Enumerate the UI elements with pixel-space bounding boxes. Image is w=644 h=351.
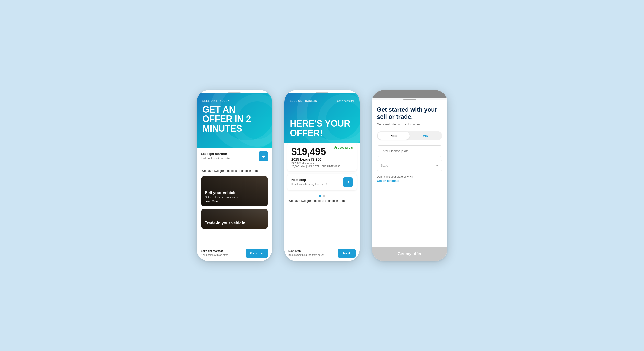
dot-1 [319,195,321,197]
car-detail: 25,600 miles | VIN: 3CZRU6H5SHM731833 [291,165,353,168]
phone-3: Get started with your sell or trade. Get… [372,90,447,261]
sell-learn-more-link[interactable]: Learn More [205,200,264,203]
trade-vehicle-card[interactable]: Trade-in your vehicle [201,209,268,229]
trade-title: Trade-in your vehicle [205,221,264,225]
trade-overlay: Trade-in your vehicle [201,209,268,229]
hero-cta-text: Let's get started! It all begins with an… [201,152,231,160]
get-offer-button[interactable]: Get offer [246,249,268,258]
arrow-icon-2 [346,180,350,184]
phone-2-hero: SELL OR TRADE-IN Get a new offer HERE'S … [284,93,360,143]
tab-vin[interactable]: VIN [410,132,441,140]
offer-top-row: $19,495 Good for 7 d [291,146,353,157]
hero-eyebrow: SELL OR TRADE-IN [202,100,267,102]
phone-2-bottom-section: We have two great options to choose from… [284,199,360,211]
p3-main-title: Get started with your sell or trade. [377,106,442,121]
phone-1-hero: SELL OR TRADE-IN GET AN OFFER IN 2 MINUT… [197,93,272,148]
next-button[interactable]: Next [338,249,356,258]
hero-2-title: HERE'S YOUR OFFER! [290,119,354,138]
validity-dot [334,146,337,149]
car-sub: IS 250 Sedan 4Door [291,162,353,165]
phone-2-bottom-bar: Next step It's all smooth sailing from h… [284,246,360,260]
bottom-bar-text: Let's get started! It all begins with an… [201,249,228,257]
phone-1-body: We have two great options to choose from… [197,165,272,229]
phone-1-notch [197,90,272,93]
phone-2: SELL OR TRADE-IN Get a new offer HERE'S … [284,90,360,261]
phone-2-nav: ⌂ Home ○ Search S Sell/Trade ♡ Saved ○ M… [284,260,360,261]
arrow-right-icon [261,154,265,158]
validity-text: Good for 7 d [338,146,353,149]
sell-overlay: Sell your vehicle Get a real offer in tw… [201,176,268,206]
p3-subtitle: Get a real offer in only 2 minutes. [377,123,442,126]
next-step-sub: It's all smooth sailing from here! [291,183,327,186]
next-step-text: Next step It's all smooth sailing from h… [291,178,327,186]
phone-3-content: Get started with your sell or trade. Get… [372,100,447,242]
offer-amount: $19,495 [291,146,326,157]
cta-subtitle: It all begins with an offer. [201,157,231,160]
offer-validity: Good for 7 d [334,146,353,149]
phone-2-notch [284,90,360,93]
hero-arrow-button[interactable] [259,151,268,161]
get-new-offer-link[interactable]: Get a new offer [337,100,354,102]
get-my-offer-button[interactable]: Get my offer [372,247,447,261]
divider [287,205,357,205]
p2-bottom-sub: It's all smooth sailing from here! [288,254,324,256]
offer-card: $19,495 Good for 7 d 2015 Lexus IS 250 I… [287,143,357,171]
next-step-card[interactable]: Next step It's all smooth sailing from h… [287,174,357,190]
sell-title: Sell your vehicle [205,191,264,195]
cta-title: Let's get started! [201,152,231,156]
p2-section-title: We have two great options to choose from… [287,199,357,203]
phone-2-inner: SELL OR TRADE-IN Get a new offer HERE'S … [284,93,360,246]
dots-indicator [284,193,360,199]
hero-cta-card[interactable]: Let's get started! It all begins with an… [197,148,272,165]
phone-3-notch [372,98,447,100]
hero-title: GET AN OFFER IN 2 MINUTES [202,105,267,133]
license-plate-input[interactable] [377,145,442,157]
phone-1-inner: SELL OR TRADE-IN GET AN OFFER IN 2 MINUT… [197,93,272,246]
p2-bottom-title: Next step [288,249,324,252]
car-name: 2015 Lexus IS 250 [291,157,353,161]
phones-container: SELL OR TRADE-IN GET AN OFFER IN 2 MINUT… [197,90,447,261]
bottom-subtitle: It all begins with an offer. [201,254,228,256]
bottom-title: Let's get started! [201,249,228,252]
phone-1-nav: ⌂ Home ○ Search S Sell/Trade ♡ Saved ○ M… [197,260,272,261]
get-estimate-link[interactable]: Get an estimate [377,179,442,183]
sell-sub: Get a real offer in two minutes. [205,196,264,199]
p2-bottom-text: Next step It's all smooth sailing from h… [288,249,324,257]
section-title: We have two great options to choose from… [201,169,268,173]
state-select[interactable]: State Alabama Alaska California Florida … [377,160,442,171]
sell-vehicle-card[interactable]: Sell your vehicle Get a real offer in tw… [201,176,268,206]
next-step-arrow[interactable] [343,177,353,187]
phone-3-status-bar [372,90,447,98]
next-step-title: Next step [291,178,327,182]
hero-2-eyebrow: SELL OR TRADE-IN [290,100,317,102]
no-plate-text: Don't have your plate or VIN? [377,175,442,178]
dot-2 [323,195,325,197]
tab-toggle: Plate VIN [377,131,442,140]
phone-1-bottom-bar: Let's get started! It all begins with an… [197,246,272,260]
phone-1: SELL OR TRADE-IN GET AN OFFER IN 2 MINUT… [197,90,272,261]
tab-plate[interactable]: Plate [378,132,410,140]
